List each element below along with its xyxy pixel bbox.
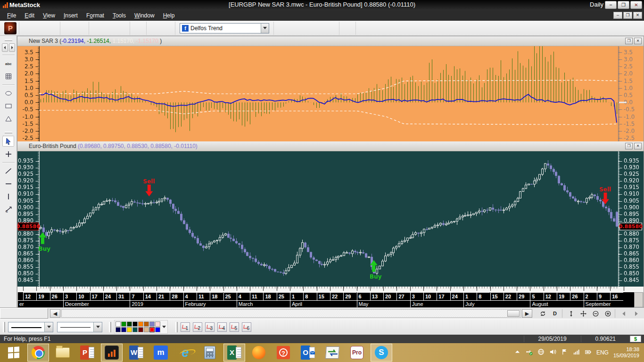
tile-vertical-button[interactable] [371,23,382,34]
color-swatch[interactable] [149,321,155,327]
usb-device-icon[interactable] [526,348,533,357]
pointer-tool[interactable] [2,136,14,147]
grid-tool[interactable] [2,71,14,82]
taskbar-chrome[interactable] [27,344,49,362]
taskbar-calculator[interactable] [199,344,221,362]
color-swatch[interactable] [155,321,160,327]
taskbar-maxthon[interactable]: m [150,344,172,362]
taskbar-help-viewer[interactable]: ? [272,344,294,362]
chart-template-4-button[interactable]: 4 [217,322,227,332]
cascade-windows-button[interactable] [358,23,370,34]
open-chart-button[interactable] [34,23,45,34]
taskbar-powerpoint[interactable]: P [76,344,98,362]
flag-icon[interactable] [561,348,568,357]
price-plot[interactable] [17,151,644,292]
color-swatch[interactable] [138,327,143,332]
copy-button[interactable] [104,23,115,34]
taskbar-skype[interactable]: S [371,344,392,362]
network-icon[interactable] [537,348,545,357]
rect-tool[interactable] [2,100,14,111]
vline-tool[interactable] [2,191,14,202]
system-tester-button[interactable] [325,23,337,34]
triangle-tool[interactable] [2,113,14,124]
color-swatch[interactable] [144,321,149,327]
taskbar-outlook[interactable]: O [297,344,319,362]
color-swatch[interactable] [121,327,126,332]
undo-button[interactable] [132,23,144,34]
scroll-left-button[interactable]: ◀ [50,309,60,318]
taskbar-word[interactable]: W [125,344,147,362]
color-swatch[interactable] [138,321,143,327]
taskbar-metastock[interactable] [101,344,123,362]
color-swatch[interactable] [149,327,155,332]
close-button[interactable]: ✕ [630,1,642,9]
chart-template-2-button[interactable]: 2 [193,322,202,332]
indicator-panel-title[interactable]: New SAR 3 (-0.23194, -1.26514, 1.15170, … [17,36,644,46]
line-weight-dropdown[interactable] [93,322,102,332]
cut-button[interactable] [91,23,103,34]
taskbar-pro-app[interactable]: Pro [346,344,368,362]
indicator-plot[interactable] [17,46,644,141]
text-tool[interactable]: abc [2,58,14,69]
language-indicator[interactable]: ENG [596,349,609,356]
crosshair-tool[interactable] [2,148,14,159]
child-close-button[interactable]: ✕ [633,12,642,19]
scroll-tools-left-button[interactable] [2,43,8,52]
scroll-prev-button[interactable] [619,309,629,318]
color-swatch[interactable] [116,327,121,332]
line-style-combo[interactable] [8,322,53,332]
ellipse-tool[interactable] [2,88,14,99]
palette-dropdown[interactable] [162,326,166,328]
battery-icon[interactable] [585,348,592,357]
crosshair-target-button[interactable] [149,23,160,34]
menu-format[interactable]: Format [82,11,108,20]
trendline-tool[interactable] [2,165,14,176]
color-swatch[interactable] [132,321,138,327]
menu-tools[interactable]: Tools [108,11,130,20]
scrollbar-thumb[interactable] [507,310,520,317]
taskbar-excel[interactable]: X [223,344,245,362]
menu-insert[interactable]: Insert [59,11,82,20]
child-minimize-button[interactable]: – [613,12,622,19]
status-dollar-button[interactable]: $ [630,336,641,342]
toolbar-grip[interactable] [5,132,12,133]
explorer-binoculars-button[interactable] [313,23,324,34]
periodicity-d-button[interactable]: D [550,309,560,318]
scroll-next-button[interactable] [631,309,641,318]
print-report-button[interactable] [63,23,74,34]
color-swatch[interactable] [127,321,132,327]
zoom-in-button[interactable] [603,309,613,318]
tile-grid-button[interactable] [395,23,406,34]
child-restore-button[interactable]: ❐ [623,12,632,19]
zoom-preview-button[interactable] [75,23,86,34]
scroll-right-button[interactable]: ▶ [522,309,532,318]
color-swatch[interactable] [132,327,138,332]
taskbar-internet-explorer[interactable]: e [174,344,196,362]
menu-edit[interactable]: Edit [20,11,39,20]
toolbar-grip[interactable] [5,39,12,41]
scroll-tools-right-button[interactable] [9,43,15,52]
menu-view[interactable]: View [39,11,59,20]
taskbar-publisher-charts[interactable] [322,344,343,362]
security-symbols-button[interactable] [301,23,312,34]
line-style-dropdown[interactable] [44,322,53,332]
expert-combo[interactable]: fDelfos Trend [180,23,269,33]
indicator-builder-button[interactable] [289,23,300,34]
expert-combo-dropdown[interactable] [261,24,269,33]
price-panel-title[interactable]: Euro-British Pound (0.89680, 0.89750, 0.… [17,141,644,151]
chart-template-6-button[interactable]: 6 [242,322,251,332]
chart-template-1-button[interactable]: 1 [181,322,190,332]
indicator-restore-button[interactable]: ❐ [625,38,633,44]
zoom-out-button[interactable] [590,309,601,318]
color-swatch[interactable] [127,327,132,332]
scale-vertical-button[interactable] [566,309,576,318]
zoom-area-button[interactable] [161,23,173,34]
signal-icon[interactable] [573,348,580,357]
chart-options-button[interactable] [407,23,419,34]
indicator-close-button[interactable]: ✕ [634,38,642,44]
new-chart-button[interactable] [22,23,33,34]
taskbar-clock[interactable]: 18:38 15/09/2019 [613,346,639,359]
metastock-powerconsole-icon[interactable]: P [4,22,17,34]
menu-file[interactable]: File [3,11,20,20]
context-help-button[interactable] [342,23,353,34]
